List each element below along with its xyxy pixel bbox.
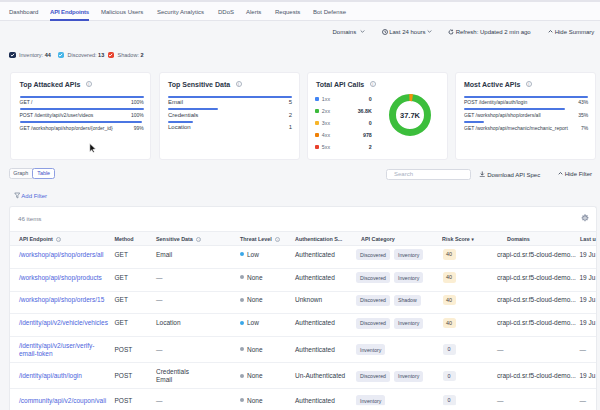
svg-text:37.7K: 37.7K	[399, 111, 420, 120]
